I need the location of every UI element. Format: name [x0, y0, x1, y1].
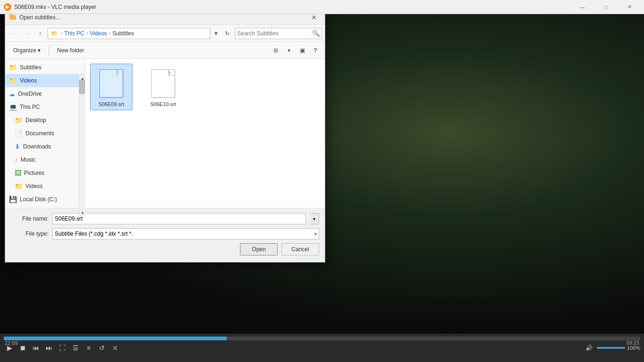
action-buttons: Open Cancel — [11, 243, 319, 257]
volume-fill — [597, 347, 625, 349]
next-button[interactable]: ⏭ — [43, 342, 55, 354]
file-item-s06e10[interactable]: S06E10.srt — [142, 64, 184, 110]
sidebar-label-documents: Documents — [25, 130, 54, 137]
cancel-button[interactable]: Cancel — [281, 243, 319, 255]
desktop-icon: 📁 — [15, 116, 23, 124]
nav-forward-button[interactable]: → — [21, 28, 33, 39]
subtitles-folder-icon: 📁 — [9, 64, 17, 71]
sidebar-label-downloads: Downloads — [23, 143, 51, 150]
dialog-content: 📁 Subtitles 📁 Videos ☁ OneDrive 💻 This P… — [5, 59, 325, 208]
file-icon-s06e09 — [97, 67, 125, 100]
sidebar-item-videos2[interactable]: 📁 Videos — [5, 180, 85, 193]
filetype-value: Subtitle Files (*.cdg *.idx *.srt *. — [55, 230, 133, 237]
sidebar-label-music: Music — [21, 156, 35, 163]
new-folder-button[interactable]: New folder — [53, 45, 88, 56]
organize-button[interactable]: Organize ▾ — [9, 45, 45, 56]
dialog-toolbar: Organize ▾ New folder ⊞ ▾ ▣ ? — [5, 42, 325, 59]
file-icon-s06e10 — [149, 67, 177, 100]
file-list: S06E09.srt S06E10.srt — [85, 59, 325, 208]
file-page-s06e10 — [151, 69, 175, 98]
filename-label: File name: — [11, 215, 49, 222]
breadcrumb-icon: 📁 — [51, 30, 58, 37]
window-controls: — □ ✕ — [571, 0, 640, 14]
file-area-wrapper: S06E09.srt S06E10.srt — [85, 59, 325, 208]
random-button[interactable]: ⤮ — [109, 342, 121, 354]
time-remaining: 59:15 — [626, 340, 639, 346]
scroll-down-arrow[interactable]: ▼ — [79, 210, 86, 216]
vlc-icon: ▶ — [4, 3, 11, 11]
ext-settings-button[interactable]: ☰ — [70, 342, 81, 354]
breadcrumb-sep-2: › — [109, 31, 110, 36]
playlist-button[interactable]: ≡ — [83, 342, 94, 354]
scroll-thumb[interactable] — [79, 80, 85, 94]
preview-button[interactable]: ▣ — [297, 45, 308, 56]
file-page-s06e09 — [99, 69, 123, 98]
breadcrumb-subtitles: Subtitles — [112, 30, 134, 37]
search-box: 🔍 — [235, 28, 322, 39]
filetype-select[interactable]: Subtitle Files (*.cdg *.idx *.srt *. ▾ — [52, 228, 319, 239]
dialog-icon — [9, 14, 17, 21]
sidebar-item-subtitles[interactable]: 📁 Subtitles — [5, 61, 85, 74]
fullscreen-button[interactable]: ⛶ — [57, 342, 68, 354]
progress-bar[interactable] — [4, 337, 640, 340]
volume-button[interactable]: 🔊 — [584, 342, 595, 354]
sidebar-label-this-pc: This PC — [20, 104, 40, 110]
sidebar-item-desktop[interactable]: 📁 Desktop — [5, 114, 85, 127]
breadcrumb-bar: 📁 › This PC › Videos › Subtitles — [48, 28, 210, 39]
disk-icon: 💾 — [9, 196, 17, 203]
dialog-nav-bar: ← → ↑ 📁 › This PC › Videos › Subtitles ▾… — [5, 25, 325, 42]
vlc-title-bar: ▶ S06E09.mkv - VLC media player — □ ✕ — [0, 0, 644, 14]
window-close-button[interactable]: ✕ — [619, 0, 640, 14]
folder-icon — [9, 15, 16, 20]
help-button[interactable]: ? — [310, 45, 321, 56]
loop-button[interactable]: ↺ — [96, 342, 107, 354]
file-item-s06e09[interactable]: S06E09.srt — [90, 64, 132, 110]
breadcrumb-videos[interactable]: Videos — [90, 30, 107, 37]
toolbar-separator — [49, 46, 49, 55]
pc-icon: 💻 — [9, 103, 17, 111]
sidebar-item-this-pc[interactable]: 💻 This PC — [5, 100, 85, 114]
breadcrumb-dropdown-button[interactable]: ▾ — [212, 28, 220, 39]
sidebar-item-pictures[interactable]: 🖼 Pictures — [5, 166, 85, 180]
view-button[interactable]: ⊞ — [270, 45, 281, 56]
sidebar-scrollbar[interactable]: ▲ ▼ — [79, 75, 85, 216]
volume-bar[interactable] — [597, 347, 625, 349]
sidebar-item-music[interactable]: ♪ Music — [5, 153, 85, 166]
filename-dropdown[interactable]: ▾ — [310, 213, 319, 224]
sidebar-label-desktop: Desktop — [25, 117, 46, 123]
breadcrumb-this-pc[interactable]: This PC — [64, 30, 84, 37]
sidebar-label-pictures: Pictures — [24, 170, 44, 176]
filename-row: File name: ▾ — [11, 213, 319, 224]
sidebar-item-onedrive[interactable]: ☁ OneDrive — [5, 87, 85, 100]
sidebar-label-subtitles: Subtitles — [20, 64, 41, 71]
search-input[interactable] — [235, 28, 310, 39]
volume-label: 100% — [627, 345, 640, 351]
sidebar-label-videos2: Videos — [25, 183, 42, 189]
view-dropdown-button[interactable]: ▾ — [283, 45, 295, 56]
sidebar-item-local-disk[interactable]: 💾 Local Disk (C:) — [5, 193, 85, 206]
nav-back-button[interactable]: ← — [8, 28, 19, 39]
sidebar-item-videos[interactable]: 📁 Videos — [5, 74, 85, 87]
documents-icon: 📄 — [15, 130, 23, 137]
maximize-button[interactable]: □ — [595, 0, 617, 14]
downloads-icon: ⬇ — [15, 143, 20, 150]
search-button[interactable]: 🔍 — [310, 28, 322, 39]
videos-folder-icon: 📁 — [9, 77, 17, 84]
minimize-button[interactable]: — — [571, 0, 593, 14]
prev-button[interactable]: ⏮ — [30, 342, 41, 354]
filetype-row: File type: Subtitle Files (*.cdg *.idx *… — [11, 228, 319, 239]
filename-input[interactable] — [52, 213, 306, 224]
time-current: 22:09 — [5, 340, 18, 346]
progress-fill — [4, 337, 227, 340]
nav-refresh-button[interactable]: ↻ — [222, 28, 233, 39]
open-button[interactable]: Open — [240, 243, 278, 255]
sidebar-label-local-disk: Local Disk (C:) — [20, 196, 57, 203]
sidebar-item-documents[interactable]: 📄 Documents — [5, 127, 85, 140]
vlc-controls: 22:09 59:15 ▶ ⏹ ⏮ ⏭ ⛶ ☰ ≡ ↺ ⤮ 🔊 100% — [0, 334, 644, 362]
music-icon: ♪ — [15, 156, 18, 164]
window-title: S06E09.mkv - VLC media player — [14, 4, 571, 10]
stop-button[interactable]: ⏹ — [17, 342, 28, 354]
nav-up-button[interactable]: ↑ — [34, 28, 46, 39]
dialog-title: Open subtitles... — [19, 14, 307, 21]
sidebar-item-downloads[interactable]: ⬇ Downloads — [5, 140, 85, 153]
